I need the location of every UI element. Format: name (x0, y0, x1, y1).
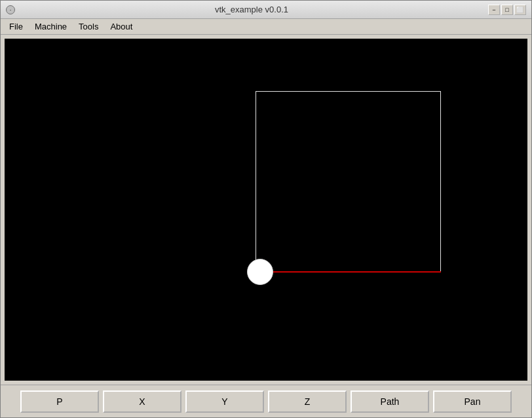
minimize-button[interactable]: − (488, 5, 500, 15)
menu-file[interactable]: File (3, 20, 29, 33)
viewport[interactable] (5, 39, 527, 381)
tool-position-dot (247, 259, 273, 285)
main-window: · vtk_example v0.0.1 − □ ⬜ File Machine … (0, 0, 532, 418)
menu-tools[interactable]: Tools (73, 20, 104, 33)
window-title: vtk_example v0.0.1 (215, 5, 288, 14)
y-button[interactable]: Y (185, 390, 264, 413)
restore-button[interactable]: ⬜ (514, 5, 526, 15)
x-button[interactable]: X (103, 390, 181, 413)
toolbar: P X Y Z Path Pan (1, 385, 531, 417)
menu-machine[interactable]: Machine (29, 20, 73, 33)
menu-about[interactable]: About (104, 20, 138, 33)
x-axis-line (260, 271, 441, 273)
z-button[interactable]: Z (268, 390, 347, 413)
p-button[interactable]: P (20, 390, 99, 413)
close-button[interactable]: · (6, 5, 15, 14)
pan-button[interactable]: Pan (433, 390, 512, 413)
window-controls: · (6, 5, 15, 14)
close-icon: · (10, 7, 12, 13)
menu-bar: File Machine Tools About (1, 19, 531, 35)
window-action-buttons: − □ ⬜ (488, 5, 526, 15)
scene-rectangle (256, 91, 441, 272)
title-bar: · vtk_example v0.0.1 − □ ⬜ (1, 1, 531, 19)
path-button[interactable]: Path (351, 390, 429, 413)
maximize-button[interactable]: □ (501, 5, 513, 15)
